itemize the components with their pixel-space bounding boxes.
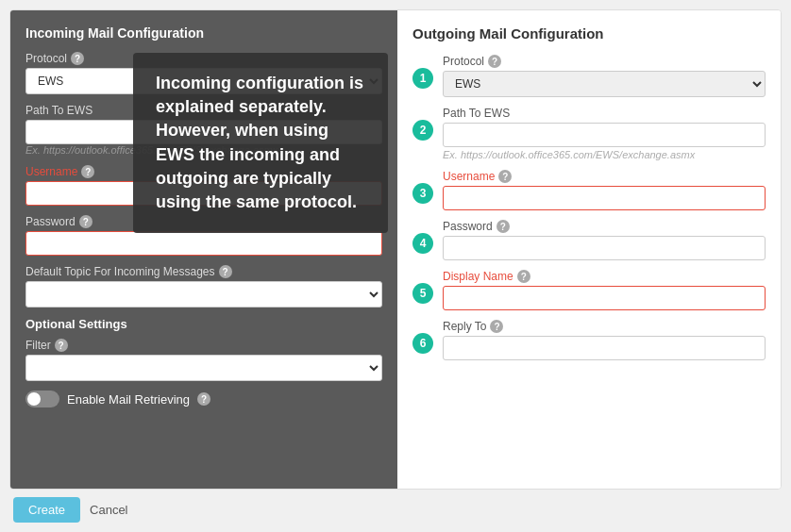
step-3-circle: 3	[412, 183, 433, 204]
outgoing-path-field: 2 Path To EWS Ex. https://outlook.office…	[412, 107, 766, 160]
outgoing-password-field: 4 Password ?	[412, 220, 766, 260]
outgoing-path-input[interactable]	[443, 123, 766, 147]
username-help-icon[interactable]: ?	[81, 165, 94, 178]
outgoing-username-field: 3 Username ?	[412, 170, 766, 210]
outgoing-replyto-label: Reply To ?	[443, 320, 766, 333]
default-topic-help-icon[interactable]: ?	[219, 265, 232, 278]
outgoing-path-placeholder: Ex. https://outlook.office365.com/EWS/ex…	[443, 149, 766, 160]
outgoing-protocol-help-icon[interactable]: ?	[488, 55, 501, 68]
incoming-default-topic-label: Default Topic For Incoming Messages ?	[25, 265, 382, 278]
step-2-circle: 2	[412, 120, 433, 141]
outgoing-displayname-input[interactable]	[443, 286, 766, 310]
incoming-default-topic-group: Default Topic For Incoming Messages ?	[25, 265, 382, 308]
enable-mail-toggle[interactable]	[25, 391, 59, 407]
protocol-content: Protocol ? EWS	[443, 55, 766, 97]
outgoing-replyto-field: 6 Reply To ?	[412, 320, 766, 360]
optional-settings-title: Optional Settings	[25, 317, 382, 331]
outgoing-password-help-icon[interactable]: ?	[496, 220, 510, 233]
password-content: Password ?	[443, 220, 766, 260]
optional-settings-section: Optional Settings Filter ? Enable Mail R…	[25, 317, 382, 407]
step-5-circle: 5	[412, 283, 433, 304]
step-4-circle: 4	[412, 233, 433, 254]
outgoing-displayname-label: Display Name ?	[443, 270, 766, 283]
protocol-help-icon[interactable]: ?	[71, 52, 84, 65]
filter-group: Filter ?	[25, 339, 382, 381]
displayname-content: Display Name ?	[443, 270, 766, 310]
enable-mail-toggle-wrapper: Enable Mail Retrieving ?	[25, 391, 382, 407]
filter-label: Filter ?	[25, 339, 382, 352]
outgoing-username-label: Username ?	[443, 170, 766, 183]
outgoing-password-input[interactable]	[443, 236, 766, 260]
bottom-bar: Create Cancel	[9, 490, 782, 523]
tooltip-text: Incoming configuration is explained sepa…	[156, 74, 363, 211]
outgoing-password-label: Password ?	[443, 220, 766, 233]
step-6-circle: 6	[412, 333, 433, 354]
outgoing-path-label: Path To EWS	[443, 107, 766, 120]
enable-mail-help-icon[interactable]: ?	[197, 392, 210, 406]
outgoing-mail-panel: Outgoing Mail Configuration 1 Protocol ?…	[397, 10, 781, 489]
cancel-button[interactable]: Cancel	[90, 503, 127, 517]
filter-help-icon[interactable]: ?	[55, 339, 68, 352]
path-content: Path To EWS Ex. https://outlook.office36…	[443, 107, 766, 160]
outgoing-protocol-select[interactable]: EWS	[443, 71, 766, 97]
outgoing-protocol-label: Protocol ?	[443, 55, 766, 68]
outgoing-username-input[interactable]	[443, 186, 766, 210]
filter-select[interactable]	[25, 355, 382, 381]
step-1-circle: 1	[412, 68, 433, 89]
outgoing-fields-container: 1 Protocol ? EWS 2	[412, 55, 766, 360]
outgoing-username-help-icon[interactable]: ?	[498, 170, 512, 183]
outgoing-replyto-help-icon[interactable]: ?	[490, 320, 503, 333]
outgoing-replyto-input[interactable]	[443, 336, 766, 360]
password-help-icon[interactable]: ?	[79, 215, 93, 228]
incoming-panel-title: Incoming Mail Configuration	[25, 25, 382, 41]
tooltip-overlay: Incoming configuration is explained sepa…	[133, 53, 388, 233]
create-button[interactable]: Create	[13, 497, 80, 523]
toggle-knob	[27, 392, 41, 406]
incoming-default-topic-select[interactable]	[25, 281, 382, 308]
incoming-mail-panel: Incoming Mail Configuration Protocol ? E…	[10, 10, 397, 489]
outgoing-protocol-field: 1 Protocol ? EWS	[412, 55, 766, 97]
outgoing-displayname-help-icon[interactable]: ?	[517, 270, 530, 283]
incoming-password-input[interactable]	[25, 231, 382, 256]
replyto-content: Reply To ?	[443, 320, 766, 360]
outgoing-panel-title: Outgoing Mail Configuration	[412, 25, 766, 42]
outgoing-displayname-field: 5 Display Name ?	[412, 270, 766, 310]
username-content: Username ?	[443, 170, 766, 210]
enable-mail-label: Enable Mail Retrieving	[67, 392, 190, 407]
